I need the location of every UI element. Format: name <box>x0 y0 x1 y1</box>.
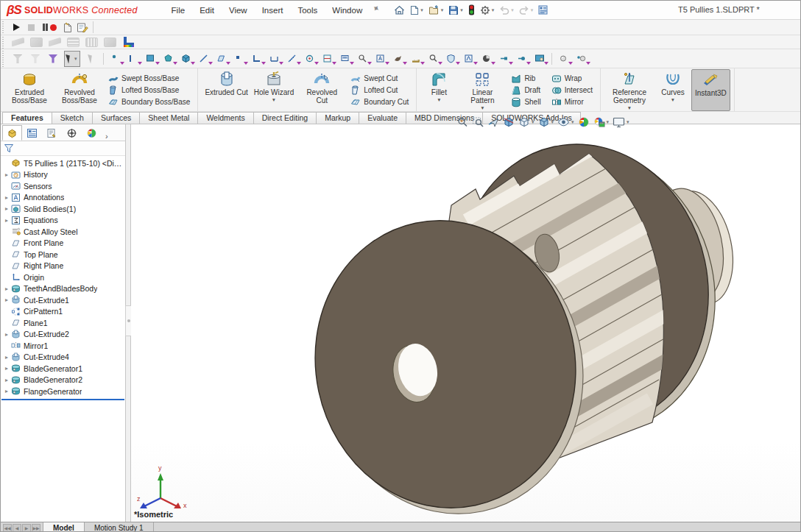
tree-item-top-plane[interactable]: Top Plane <box>1 249 125 260</box>
clamp-tool-icon[interactable] <box>104 38 116 47</box>
featuremanager-tab[interactable] <box>2 125 22 141</box>
tree-item-cut-extrude2[interactable]: ▸ Cut-Extrude2 <box>1 329 125 341</box>
monitor-tool-icon[interactable] <box>533 52 546 65</box>
sphere-tool-icon[interactable] <box>557 52 570 65</box>
menu-edit[interactable]: Edit <box>192 3 222 18</box>
zoom-to-fit-button[interactable] <box>455 116 470 129</box>
view-settings-button[interactable]: ▾ <box>611 116 631 129</box>
boundary-boss-base-button[interactable]: Boundary Boss/Base <box>106 96 192 107</box>
new-macro-button[interactable] <box>60 21 75 34</box>
expand-arrow-icon[interactable]: ▸ <box>3 205 10 212</box>
extruded-boss-base-button[interactable]: Extruded Boss/Base <box>4 69 54 111</box>
dimension-tool-icon[interactable] <box>268 52 280 65</box>
revolved-boss-base-button[interactable]: Revolved Boss/Base <box>54 69 105 111</box>
hole-wizard-button[interactable]: Hole Wizard ▾ <box>251 69 297 111</box>
tab-sheet-metal[interactable]: Sheet Metal <box>139 112 198 124</box>
tree-item-cut-extrude1[interactable]: ▸ Cut-Extrude1 <box>1 294 125 306</box>
run-macro-button[interactable] <box>9 21 24 34</box>
fillet-dropdown[interactable]: ▾ <box>438 96 441 103</box>
tree-root-part[interactable]: T5 Pullies 1 (21T5-10) <Display State-2> <box>1 157 125 169</box>
file-properties-button[interactable] <box>536 4 550 16</box>
ruler-tool-icon[interactable] <box>409 52 422 65</box>
stop-macro-button[interactable] <box>24 21 38 34</box>
undo-button[interactable]: ▾ <box>497 4 516 16</box>
tree-item-front-plane[interactable]: Front Plane <box>1 238 125 249</box>
tree-item-solid-bodies[interactable]: ▸ Solid Bodies(1) <box>1 203 125 215</box>
tree-item-cirpattern1[interactable]: CirPattern1 <box>1 306 125 318</box>
rebuild-button[interactable] <box>466 3 477 17</box>
panel-splitter[interactable] <box>126 124 131 522</box>
expand-arrow-icon[interactable]: ▸ <box>3 194 10 201</box>
new-document-button[interactable]: ▾ <box>408 4 426 17</box>
first-study-button[interactable]: ◀◀ <box>3 524 12 532</box>
last-study-button[interactable]: ▶▶ <box>32 524 40 532</box>
menu-tools[interactable]: Tools <box>290 3 325 18</box>
tree-item-mirror1[interactable]: Mirror1 <box>1 340 125 352</box>
plane-tool-icon[interactable] <box>215 52 227 65</box>
tree-item-equations[interactable]: ▸ Equations <box>1 215 125 227</box>
animal-tool-icon[interactable] <box>392 52 404 65</box>
zoom-to-area-button[interactable] <box>470 116 485 129</box>
lofted-boss-base-button[interactable]: Lofted Boss/Base <box>106 85 192 96</box>
propertymanager-tab[interactable] <box>22 125 42 141</box>
tab-direct-editing[interactable]: Direct Editing <box>253 112 317 124</box>
hide-show-items-button[interactable]: ▾ <box>556 116 576 129</box>
menu-file[interactable]: File <box>164 3 193 18</box>
intersect-button[interactable]: Intersect <box>549 85 595 96</box>
tab-features[interactable]: Features <box>2 112 52 124</box>
select-tool-button[interactable]: ▾ <box>64 51 80 67</box>
measure-tool-icon[interactable] <box>286 52 298 65</box>
curves-dropdown[interactable]: ▾ <box>671 96 674 103</box>
open-button[interactable]: ▾ <box>426 4 446 17</box>
pulley-model[interactable] <box>131 124 797 522</box>
filter-toggle-icon[interactable] <box>47 52 60 65</box>
expand-arrow-icon[interactable]: ▸ <box>3 285 10 292</box>
tree-item-sensors[interactable]: Sensors <box>1 180 125 192</box>
weldment-tool-icon[interactable] <box>12 38 24 47</box>
graphics-viewport[interactable]: y x z *Isometric <box>131 124 800 522</box>
model-tab[interactable]: Model <box>43 522 85 532</box>
rib-button[interactable]: Rib <box>509 73 543 84</box>
panel-expand-chevron[interactable]: › <box>103 132 110 141</box>
tab-sketch[interactable]: Sketch <box>52 112 93 124</box>
hole-wizard-dropdown[interactable]: ▾ <box>272 96 275 103</box>
swept-boss-base-button[interactable]: Swept Boss/Base <box>106 73 192 84</box>
tab-evaluate[interactable]: Evaluate <box>359 112 406 124</box>
tree-item-bladegenerator1[interactable]: ▸ BladeGenerator1 <box>1 363 125 375</box>
expand-arrow-icon[interactable]: ▸ <box>3 331 10 338</box>
home-button[interactable] <box>392 4 407 17</box>
menu-insert[interactable]: Insert <box>255 3 291 18</box>
point-small-icon[interactable] <box>233 52 245 65</box>
motion-study-tab[interactable]: Motion Study 1 <box>85 522 154 532</box>
section-view-button[interactable] <box>501 116 516 129</box>
grid-tool-icon[interactable] <box>85 38 98 47</box>
tree-item-teethandbladesbody[interactable]: ▸ TeethAndBladesBody <box>1 283 125 295</box>
tab-surfaces[interactable]: Surfaces <box>92 112 140 124</box>
tab-weldments[interactable]: Weldments <box>197 112 253 124</box>
view-orientation-button[interactable]: ▾ <box>517 116 536 129</box>
surface-tool-icon[interactable] <box>30 38 43 47</box>
lines-tool-icon[interactable] <box>67 38 80 47</box>
menu-window[interactable]: Window <box>325 3 370 18</box>
tree-item-right-plane[interactable]: Right Plane <box>1 260 125 272</box>
cube-tool-icon[interactable] <box>180 52 192 65</box>
lasso-select-icon[interactable] <box>85 52 97 65</box>
options-button[interactable]: ▾ <box>478 4 497 17</box>
expand-arrow-icon[interactable]: ▸ <box>3 217 10 224</box>
next-study-button[interactable]: ▶ <box>22 524 31 532</box>
mirror-button[interactable]: Mirror <box>549 96 595 107</box>
expand-arrow-icon[interactable]: ▸ <box>3 365 10 372</box>
lofted-cut-button[interactable]: Lofted Cut <box>348 85 411 96</box>
magnify-tool-icon[interactable] <box>427 52 440 65</box>
probe2-tool-icon[interactable] <box>515 52 528 65</box>
boundary-cut-button[interactable]: Boundary Cut <box>348 96 411 107</box>
tree-item-plane1[interactable]: Plane1 <box>1 317 125 329</box>
edit-macro-button[interactable] <box>75 21 90 34</box>
linear-pattern-dropdown[interactable]: ▾ <box>481 104 484 111</box>
save-button[interactable]: ▾ <box>446 4 465 17</box>
section-tool-icon[interactable] <box>321 52 334 65</box>
pencil-tool-icon[interactable] <box>49 38 61 47</box>
tree-item-cut-extrude4[interactable]: ▸ Cut-Extrude4 <box>1 352 125 363</box>
filter-clear-icon[interactable] <box>12 52 24 65</box>
instant3d-button[interactable]: Instant3D <box>691 69 730 111</box>
